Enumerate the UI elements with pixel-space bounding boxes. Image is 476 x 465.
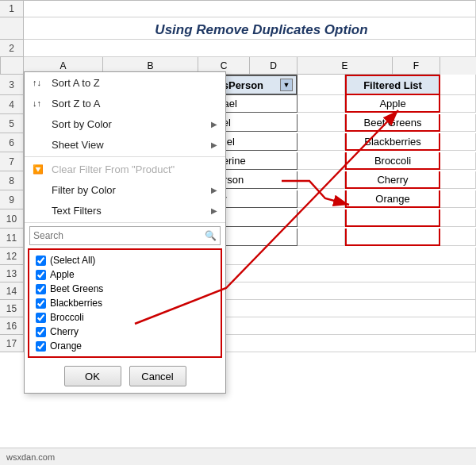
cancel-button[interactable]: Cancel — [129, 366, 186, 386]
row-num: 12 — [0, 248, 24, 265]
checkbox-label: Orange — [50, 340, 82, 352]
row-num-3: 3 — [0, 75, 24, 95]
row-num: 14 — [0, 282, 24, 300]
cell-filtered: Broccoli — [345, 152, 440, 170]
row-num: 9 — [0, 190, 24, 209]
row-num: 8 — [0, 171, 24, 190]
cell-filtered: Apple — [345, 95, 440, 113]
row-num-title — [0, 17, 24, 40]
checkbox-input[interactable] — [36, 284, 46, 294]
separator-1 — [25, 156, 225, 157]
checkbox-input[interactable] — [36, 270, 46, 280]
cell-filtered — [345, 209, 440, 227]
button-row: OK Cancel — [25, 361, 225, 393]
cell-f — [440, 95, 476, 113]
clear-filter-item[interactable]: 🔽 Clear Filter From "Product" — [25, 159, 225, 179]
sort-by-color-item[interactable]: Sort by Color ▶ — [25, 113, 225, 134]
checkbox-item[interactable]: Blackberries — [36, 296, 214, 310]
checkbox-input[interactable] — [36, 298, 46, 309]
cell-d — [298, 133, 345, 151]
checkbox-item[interactable]: Apple — [36, 267, 214, 282]
checkbox-item[interactable]: Cherry — [36, 325, 214, 339]
cell-f — [440, 209, 476, 227]
status-bar: wsxdan.com — [0, 448, 476, 465]
cell-filtered: Beet Greens — [345, 114, 440, 132]
cell-f — [440, 229, 476, 246]
checkbox-item[interactable]: Broccoli — [36, 310, 214, 325]
row-num: 15 — [0, 300, 24, 317]
cell-f — [440, 152, 476, 170]
col-E: E — [298, 57, 393, 75]
spreadsheet: 1 Using Remove Duplicates Option 2 A B C… — [0, 0, 476, 465]
cell-d — [298, 190, 345, 208]
cell-f — [440, 114, 476, 132]
filtered-list-header: Filtered List — [345, 75, 440, 95]
checkbox-label: Beet Greens — [50, 283, 103, 294]
sort-color-arrow: ▶ — [211, 120, 217, 129]
search-input[interactable] — [30, 229, 202, 243]
filter-dropdown-menu: ↑↓ Sort A to Z ↓↑ Sort Z to A Sort by Co… — [24, 71, 226, 394]
checkbox-input[interactable] — [36, 313, 46, 323]
cell-d — [298, 114, 345, 132]
page-title: Using Remove Duplicates Option — [155, 16, 367, 41]
ok-button[interactable]: OK — [64, 366, 121, 386]
row-num: 4 — [0, 95, 24, 114]
checkbox-label: (Select All) — [50, 255, 95, 266]
checkbox-label: Broccoli — [50, 312, 84, 323]
checkbox-input[interactable] — [36, 327, 46, 337]
sheet-view-arrow: ▶ — [211, 140, 217, 149]
row-num: 11 — [0, 229, 24, 248]
sort-az-item[interactable]: ↑↓ Sort A to Z — [25, 72, 225, 93]
row-num: 13 — [0, 265, 24, 282]
cell-d — [298, 229, 345, 246]
cell-f — [440, 190, 476, 208]
clear-filter-icon: 🔽 — [33, 164, 47, 175]
cell-filtered — [345, 229, 440, 246]
separator-2 — [25, 222, 225, 223]
text-filters-item[interactable]: Text Filters ▶ — [25, 200, 225, 221]
checkbox-label: Cherry — [50, 326, 79, 337]
row-num: 6 — [0, 133, 24, 152]
row-num-2: 2 — [0, 40, 24, 57]
checkbox-input[interactable] — [36, 256, 46, 266]
checkbox-input[interactable] — [36, 341, 46, 352]
checkbox-label: Apple — [50, 269, 75, 280]
cell-d — [298, 171, 345, 189]
cell-d — [298, 95, 345, 113]
cell-filtered: Cherry — [345, 171, 440, 189]
cell-f — [440, 171, 476, 189]
col-F: F — [393, 57, 440, 75]
filter-by-color-item[interactable]: Filter by Color ▶ — [25, 179, 225, 200]
sheet-view-item[interactable]: Sheet View ▶ — [25, 134, 225, 155]
cell-filtered: Blackberries — [345, 133, 440, 151]
cell-d — [298, 209, 345, 227]
sort-az-icon: ↑↓ — [33, 78, 47, 87]
checkbox-item[interactable]: (Select All) — [36, 253, 214, 267]
row-num: 17 — [0, 335, 24, 352]
checkbox-list: (Select All)AppleBeet GreensBlackberries… — [31, 252, 219, 355]
checkbox-label: Blackberries — [50, 298, 102, 309]
salesperson-dropdown-btn[interactable]: ▼ — [280, 79, 293, 91]
cell-d — [298, 152, 345, 170]
col-D: D — [250, 57, 298, 75]
checkbox-item[interactable]: Orange — [36, 339, 214, 353]
sort-za-icon: ↓↑ — [33, 98, 47, 108]
text-filter-arrow: ▶ — [211, 206, 217, 215]
cell-f — [440, 133, 476, 151]
checkbox-list-container: (Select All)AppleBeet GreensBlackberries… — [28, 248, 222, 358]
row-num: 10 — [0, 209, 24, 229]
filter-search-box[interactable]: 🔍 — [29, 226, 221, 245]
row-num: 16 — [0, 317, 24, 335]
sort-za-item[interactable]: ↓↑ Sort Z to A — [25, 93, 225, 113]
checkbox-item[interactable]: Beet Greens — [36, 282, 214, 296]
status-text: wsxdan.com — [6, 452, 55, 462]
row-num: 7 — [0, 152, 24, 171]
cell-filtered: Orange — [345, 190, 440, 208]
filter-color-arrow: ▶ — [211, 186, 217, 194]
row-num-1: 1 — [0, 0, 24, 17]
search-icon: 🔍 — [202, 230, 220, 241]
row-num: 5 — [0, 114, 24, 133]
